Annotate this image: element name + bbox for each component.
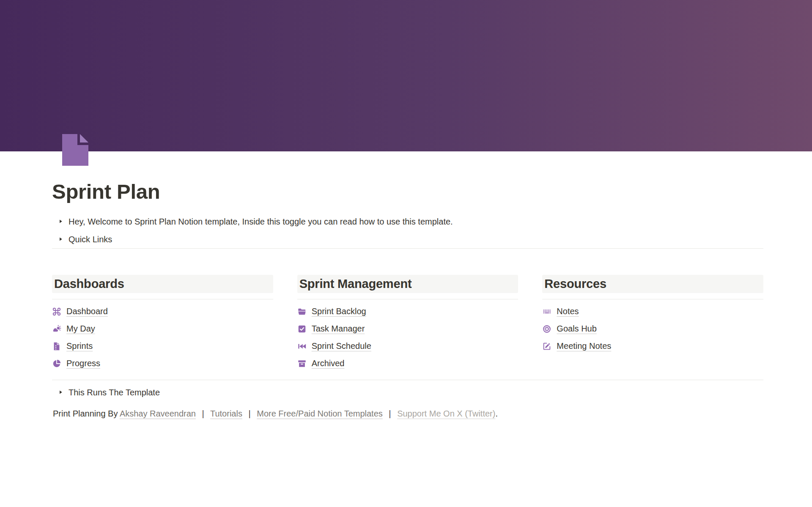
tutorials-link[interactable]: Tutorials xyxy=(210,409,242,418)
archive-icon xyxy=(297,359,307,368)
edit-icon xyxy=(542,342,551,351)
page-content: Sprint Plan Hey, Welcome to Sprint Plan … xyxy=(52,151,763,420)
column-resources: Resources Notes xyxy=(542,275,763,375)
page-link-progress[interactable]: Progress xyxy=(52,357,273,370)
page-link-label: My Day xyxy=(66,324,95,334)
more-templates-link[interactable]: More Free/Paid Notion Templates xyxy=(257,409,383,418)
page-link-label: Progress xyxy=(66,359,100,368)
page-link-sprints[interactable]: Sprints xyxy=(52,340,273,353)
page-link-notes[interactable]: Notes xyxy=(542,305,763,318)
divider xyxy=(52,380,763,380)
credits-prefix: Print Planning By xyxy=(53,409,118,418)
divider xyxy=(52,248,763,249)
page-link-label: Goals Hub xyxy=(557,324,597,334)
column-dashboards: Dashboards Dashboard xyxy=(52,275,273,375)
folder-icon xyxy=(297,307,307,316)
toggle-welcome-label: Hey, Welcome to Sprint Plan Notion templ… xyxy=(69,215,453,228)
credits-separator: | xyxy=(248,409,250,418)
sun-cloud-icon xyxy=(52,324,61,334)
page-link-label: Archived xyxy=(312,359,345,368)
toggle-triangle-icon[interactable] xyxy=(55,217,66,227)
column-header-resources: Resources xyxy=(542,275,763,293)
credits-separator: | xyxy=(202,409,204,418)
column-links: Sprint Backlog Task Manager xyxy=(297,299,518,370)
page-cover xyxy=(0,0,812,151)
purple-document-icon xyxy=(62,134,88,166)
toggle-welcome[interactable]: Hey, Welcome to Sprint Plan Notion templ… xyxy=(52,213,763,230)
toggle-triangle-icon[interactable] xyxy=(55,234,66,244)
column-links: Dashboard xyxy=(52,299,273,370)
toggle-runs-template[interactable]: This Runs The Template xyxy=(52,384,763,401)
page-title: Sprint Plan xyxy=(52,151,763,204)
page-link-sprint-schedule[interactable]: Sprint Schedule xyxy=(297,340,518,353)
page-link-dashboard[interactable]: Dashboard xyxy=(52,305,273,318)
page-link-label: Sprint Backlog xyxy=(312,307,366,316)
page-link-archived[interactable]: Archived xyxy=(297,357,518,370)
page-link-sprint-backlog[interactable]: Sprint Backlog xyxy=(297,305,518,318)
page-link-label: Notes xyxy=(557,307,579,316)
link-columns: Dashboards Dashboard xyxy=(52,275,763,375)
page-link-label: Task Manager xyxy=(312,324,365,334)
author-link[interactable]: Akshay Raveendran xyxy=(120,409,196,418)
page-link-task-manager[interactable]: Task Manager xyxy=(297,323,518,335)
credits-suffix: . xyxy=(495,409,498,418)
page-link-label: Sprints xyxy=(66,341,93,351)
pie-chart-icon xyxy=(52,359,61,368)
page-link-label: Dashboard xyxy=(66,307,108,316)
page-link-label: Sprint Schedule xyxy=(312,341,371,351)
toggle-quick-links-label: Quick Links xyxy=(69,233,112,246)
column-header-sprint-management: Sprint Management xyxy=(297,275,518,293)
page-icon[interactable] xyxy=(62,134,88,166)
toggle-quick-links[interactable]: Quick Links xyxy=(52,230,763,248)
keyboard-icon xyxy=(542,307,551,316)
rewind-icon xyxy=(297,342,307,351)
toggle-triangle-icon[interactable] xyxy=(55,387,66,397)
support-twitter-link[interactable]: Support Me On X (Twitter) xyxy=(397,409,495,418)
target-icon xyxy=(542,324,551,334)
toggle-runs-template-label: This Runs The Template xyxy=(69,386,160,399)
column-header-dashboards: Dashboards xyxy=(52,275,273,293)
page-link-goals-hub[interactable]: Goals Hub xyxy=(542,323,763,335)
command-icon xyxy=(52,307,61,316)
credits-separator: | xyxy=(389,409,391,418)
intro-toggles: Hey, Welcome to Sprint Plan Notion templ… xyxy=(52,213,763,248)
credits-line: Print Planning By Akshay Raveendran | Tu… xyxy=(52,407,763,420)
document-icon xyxy=(52,342,61,351)
column-sprint-management: Sprint Management Sprint Backlog xyxy=(297,275,518,375)
page-link-label: Meeting Notes xyxy=(557,341,611,351)
page-link-meeting-notes[interactable]: Meeting Notes xyxy=(542,340,763,353)
page-link-my-day[interactable]: My Day xyxy=(52,323,273,335)
column-links: Notes Goals Hub xyxy=(542,299,763,353)
checkbox-icon xyxy=(297,324,307,334)
